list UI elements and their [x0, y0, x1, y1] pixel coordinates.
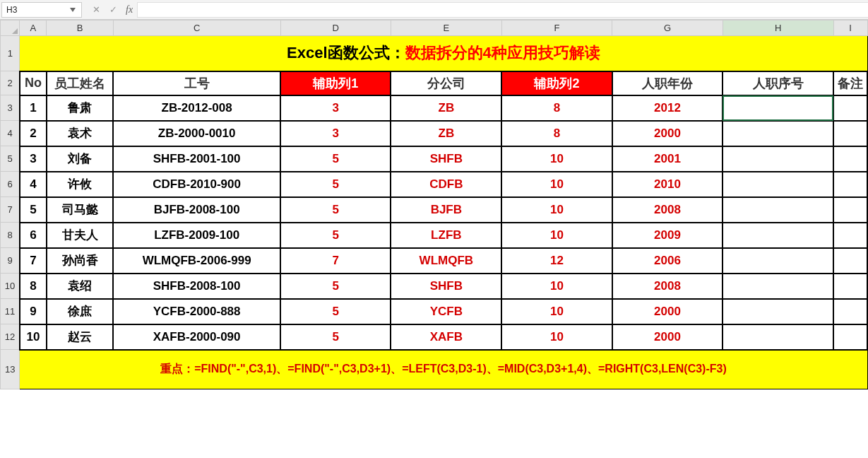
cell-H11[interactable]: [723, 299, 833, 324]
col-header-D[interactable]: D: [280, 20, 391, 36]
cell-H6[interactable]: [723, 172, 833, 197]
cell-C9[interactable]: WLMQFB-2006-999: [113, 248, 280, 274]
cell-B9[interactable]: 孙尚香: [47, 248, 113, 274]
cell-E6[interactable]: CDFB: [391, 172, 501, 197]
cell-B10[interactable]: 袁绍: [47, 274, 113, 299]
cell-F8[interactable]: 10: [501, 223, 612, 248]
table-header-E[interactable]: 分公司: [391, 71, 501, 95]
cell-C10[interactable]: SHFB-2008-100: [113, 274, 280, 299]
row-header-7[interactable]: 7: [1, 197, 20, 223]
cell-G5[interactable]: 2001: [612, 146, 723, 172]
col-header-G[interactable]: G: [612, 20, 723, 36]
cell-H12[interactable]: [723, 324, 833, 350]
cell-I5[interactable]: [833, 146, 867, 172]
cell-D6[interactable]: 5: [280, 172, 391, 197]
cell-I3[interactable]: [833, 95, 867, 121]
row-header-11[interactable]: 11: [1, 299, 20, 324]
cell-E11[interactable]: YCFB: [391, 299, 501, 324]
cell-E12[interactable]: XAFB: [391, 324, 501, 350]
table-header-H[interactable]: 人职序号: [723, 71, 833, 95]
cell-H4[interactable]: [723, 121, 833, 146]
cell-A10[interactable]: 8: [20, 274, 47, 299]
cell-A8[interactable]: 6: [20, 223, 47, 248]
cell-F4[interactable]: 8: [501, 121, 612, 146]
table-header-C[interactable]: 工号: [113, 71, 280, 95]
cell-C3[interactable]: ZB-2012-008: [113, 95, 280, 121]
cancel-button[interactable]: ✕: [88, 2, 105, 18]
cell-H7[interactable]: [723, 197, 833, 223]
cell-E5[interactable]: SHFB: [391, 146, 501, 172]
cell-G4[interactable]: 2000: [612, 121, 723, 146]
cell-F9[interactable]: 12: [501, 248, 612, 274]
cell-E10[interactable]: SHFB: [391, 274, 501, 299]
cell-G7[interactable]: 2008: [612, 197, 723, 223]
cell-G6[interactable]: 2010: [612, 172, 723, 197]
col-header-F[interactable]: F: [501, 20, 612, 36]
cell-H8[interactable]: [723, 223, 833, 248]
cell-D11[interactable]: 5: [280, 299, 391, 324]
cell-A3[interactable]: 1: [20, 95, 47, 121]
title-cell[interactable]: Excel函数公式：数据拆分的4种应用技巧解读: [20, 36, 867, 71]
cell-F3[interactable]: 8: [501, 95, 612, 121]
cell-A9[interactable]: 7: [20, 248, 47, 274]
cell-C5[interactable]: SHFB-2001-100: [113, 146, 280, 172]
chevron-down-icon[interactable]: [69, 6, 77, 14]
row-header-12[interactable]: 12: [1, 324, 20, 350]
cell-E3[interactable]: ZB: [391, 95, 501, 121]
cell-I7[interactable]: [833, 197, 867, 223]
cell-G10[interactable]: 2008: [612, 274, 723, 299]
cell-H5[interactable]: [723, 146, 833, 172]
row-header-6[interactable]: 6: [1, 172, 20, 197]
formula-input[interactable]: [137, 2, 868, 18]
cell-B12[interactable]: 赵云: [47, 324, 113, 350]
cell-A12[interactable]: 10: [20, 324, 47, 350]
row-header-13[interactable]: 13: [1, 350, 20, 389]
cell-A5[interactable]: 3: [20, 146, 47, 172]
row-header-2[interactable]: 2: [1, 71, 20, 95]
name-box[interactable]: H3: [1, 2, 82, 18]
cell-H9[interactable]: [723, 248, 833, 274]
col-header-C[interactable]: C: [113, 20, 280, 36]
footer-note[interactable]: 重点：=FIND("-",C3,1)、=FIND("-",C3,D3+1)、=L…: [20, 350, 867, 389]
cell-C11[interactable]: YCFB-2000-888: [113, 299, 280, 324]
cell-D7[interactable]: 5: [280, 197, 391, 223]
row-header-1[interactable]: 1: [1, 36, 20, 71]
spreadsheet-grid[interactable]: ABCDEFGHI1Excel函数公式：数据拆分的4种应用技巧解读2No员工姓名…: [0, 20, 868, 458]
cell-I10[interactable]: [833, 274, 867, 299]
cell-F6[interactable]: 10: [501, 172, 612, 197]
cell-A7[interactable]: 5: [20, 197, 47, 223]
cell-D10[interactable]: 5: [280, 274, 391, 299]
cell-C12[interactable]: XAFB-2000-090: [113, 324, 280, 350]
cell-A4[interactable]: 2: [20, 121, 47, 146]
row-header-8[interactable]: 8: [1, 223, 20, 248]
select-all-corner[interactable]: [1, 20, 20, 36]
col-header-E[interactable]: E: [391, 20, 501, 36]
cell-E9[interactable]: WLMQFB: [391, 248, 501, 274]
cell-D3[interactable]: 3: [280, 95, 391, 121]
cell-A11[interactable]: 9: [20, 299, 47, 324]
cell-D5[interactable]: 5: [280, 146, 391, 172]
col-header-B[interactable]: B: [47, 20, 113, 36]
cell-F7[interactable]: 10: [501, 197, 612, 223]
cell-G8[interactable]: 2009: [612, 223, 723, 248]
table-header-F[interactable]: 辅助列2: [501, 71, 612, 95]
cell-G12[interactable]: 2000: [612, 324, 723, 350]
cell-I12[interactable]: [833, 324, 867, 350]
cell-F12[interactable]: 10: [501, 324, 612, 350]
cell-B7[interactable]: 司马懿: [47, 197, 113, 223]
enter-button[interactable]: ✓: [105, 2, 121, 18]
row-header-4[interactable]: 4: [1, 121, 20, 146]
table-header-B[interactable]: 员工姓名: [47, 71, 113, 95]
cell-B6[interactable]: 许攸: [47, 172, 113, 197]
cell-G11[interactable]: 2000: [612, 299, 723, 324]
col-header-H[interactable]: H: [723, 20, 833, 36]
cell-B4[interactable]: 袁术: [47, 121, 113, 146]
table-header-G[interactable]: 人职年份: [612, 71, 723, 95]
cell-D9[interactable]: 7: [280, 248, 391, 274]
cell-B5[interactable]: 刘备: [47, 146, 113, 172]
cell-I6[interactable]: [833, 172, 867, 197]
table-header-D[interactable]: 辅助列1: [280, 71, 391, 95]
cell-E8[interactable]: LZFB: [391, 223, 501, 248]
row-header-5[interactable]: 5: [1, 146, 20, 172]
cell-B11[interactable]: 徐庶: [47, 299, 113, 324]
